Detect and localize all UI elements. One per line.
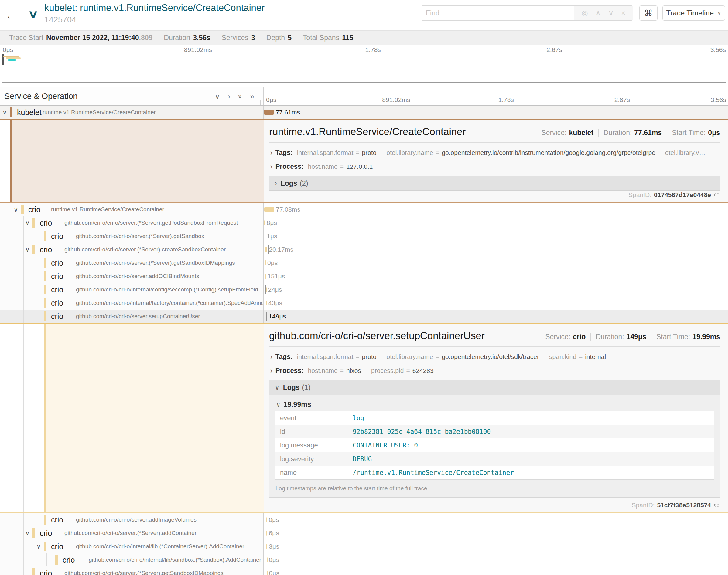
collapse-chevron-icon[interactable]: ∨	[25, 530, 30, 537]
span-timeline-cell[interactable]: 149μs	[264, 310, 728, 323]
span-duration: 6μs	[269, 530, 279, 537]
logs-accordion[interactable]: ∨ Logs (1)	[269, 380, 720, 395]
span-timeline-cell[interactable]: 0μs	[264, 513, 728, 527]
span-duration: 0μs	[269, 516, 279, 523]
service-name[interactable]: kubelet	[17, 108, 42, 117]
span-row[interactable]: ∨ crio github.com/cri-o/cri-o/internal/l…	[0, 540, 728, 553]
copy-link-icon[interactable]	[714, 502, 720, 509]
span-timeline-cell[interactable]: 77.61ms	[264, 106, 728, 119]
span-timeline-cell[interactable]: 8μs	[264, 216, 728, 230]
trace-view-selector[interactable]: Trace Timeline ∨	[662, 5, 725, 21]
service-name[interactable]: crio	[40, 245, 52, 254]
service-name[interactable]: crio	[51, 312, 63, 321]
service-name[interactable]: crio	[51, 232, 63, 241]
span-row[interactable]: crio github.com/cri-o/cri-o/internal/fac…	[0, 296, 728, 310]
span-timeline-cell[interactable]: 0μs	[264, 256, 728, 270]
span-boundary-tick	[275, 205, 275, 214]
log-field-row: name/runtime.v1.RuntimeService/CreateCon…	[275, 466, 714, 479]
span-row[interactable]: ∨ crio github.com/cri-o/cri-o/server.(*S…	[0, 216, 728, 230]
trace-title-chevron-down-icon[interactable]: ∨	[28, 8, 39, 21]
service-name[interactable]: crio	[51, 259, 63, 267]
collapse-one-icon[interactable]: ∨	[215, 92, 220, 101]
span-row[interactable]: crio github.com/cri-o/cri-o/internal/con…	[0, 283, 728, 296]
summary-duration: Duration 3.56s	[158, 34, 216, 42]
tags-row[interactable]: › Tags: internal.span.format=proto otel.…	[269, 350, 720, 364]
minimap-canvas[interactable]	[2, 54, 726, 82]
expand-all-icon[interactable]: »	[250, 92, 254, 101]
trace-title-link[interactable]: kubelet: runtime.v1.RuntimeService/Creat…	[44, 2, 265, 13]
logs-accordion[interactable]: › Logs (2)	[269, 176, 720, 191]
process-row[interactable]: › Process: host.name=nixos process.pid=6…	[269, 364, 720, 378]
service-name[interactable]: crio	[63, 555, 75, 564]
service-name[interactable]: crio	[40, 529, 52, 538]
span-bar	[267, 557, 268, 562]
span-row[interactable]: crio github.com/cri-o/cri-o/server.setup…	[0, 310, 728, 323]
span-timeline-cell[interactable]: 3μs	[264, 540, 728, 553]
find-clear-icon[interactable]: ×	[621, 9, 625, 17]
span-row[interactable]: crio github.com/cri-o/cri-o/internal/lib…	[0, 553, 728, 567]
span-timeline-cell[interactable]: 0μs	[264, 567, 728, 575]
span-row[interactable]: crio github.com/cri-o/cri-o/server.(*Ser…	[0, 230, 728, 243]
keyboard-shortcuts-button[interactable]: ⌘	[639, 5, 658, 21]
detail-row-accent	[12, 120, 264, 202]
service-color-strip	[44, 542, 46, 551]
span-timeline-cell[interactable]: 20.17ms	[264, 243, 728, 256]
span-row[interactable]: crio github.com/cri-o/cri-o/server.addOC…	[0, 270, 728, 283]
log-entry-toggle[interactable]: ∨ 19.99ms	[275, 398, 714, 411]
span-row[interactable]: crio github.com/cri-o/cri-o/server.(*Ser…	[0, 256, 728, 270]
find-prev-icon[interactable]: ∧	[595, 9, 601, 17]
span-row[interactable]: ∨ kubelet runtime.v1.RuntimeService/Crea…	[0, 106, 728, 119]
find-input[interactable]	[421, 5, 574, 21]
process-row[interactable]: › Process: host.name=127.0.0.1	[269, 160, 720, 174]
operation-name: github.com/cri-o/cri-o/internal/config/s…	[76, 286, 258, 293]
locate-icon[interactable]: ◎	[582, 9, 588, 17]
tags-row[interactable]: › Tags: internal.span.format=proto otel.…	[269, 146, 720, 160]
collapse-caret-icon: ∨	[276, 400, 280, 409]
span-timeline-cell[interactable]: 77.08ms	[264, 203, 728, 216]
span-row[interactable]: ∨ crio github.com/cri-o/cri-o/server.(*S…	[0, 243, 728, 256]
span-row[interactable]: ∨ crio runtime.v1.RuntimeService/CreateC…	[0, 203, 728, 216]
indent-guides	[1, 216, 24, 230]
service-name[interactable]: crio	[51, 272, 63, 281]
operation-name: github.com/cri-o/cri-o/server.addOCIBind…	[76, 273, 199, 280]
span-timeline-cell[interactable]: 0μs	[264, 553, 728, 567]
collapse-chevron-icon[interactable]: ∨	[25, 219, 30, 227]
span-timeline-cell[interactable]: 24μs	[264, 283, 728, 296]
span-row[interactable]: crio github.com/cri-o/cri-o/server.addIm…	[0, 513, 728, 527]
span-boundary-tick	[264, 205, 264, 214]
service-name[interactable]: crio	[40, 569, 52, 575]
minimap-span	[8, 59, 16, 61]
detail-start-time: 0μs	[708, 129, 720, 137]
collapse-chevron-icon[interactable]: ∨	[14, 206, 18, 213]
collapse-chevron-icon[interactable]: ∨	[36, 543, 41, 550]
span-bar	[266, 301, 267, 305]
tag-chip: internal.span.format=proto	[297, 149, 382, 156]
span-detail-title: runtime.v1.RuntimeService/CreateContaine…	[269, 126, 541, 138]
service-name[interactable]: crio	[51, 299, 63, 308]
expand-one-icon[interactable]: ›	[228, 92, 230, 101]
span-timeline-cell[interactable]: 43μs	[264, 296, 728, 310]
expand-caret-icon: ›	[275, 179, 277, 188]
span-row[interactable]: crio github.com/cri-o/cri-o/server.(*Ser…	[0, 567, 728, 575]
span-timeline-cell[interactable]: 151μs	[264, 270, 728, 283]
span-timeline-cell[interactable]: 6μs	[264, 527, 728, 540]
indent-guides	[1, 203, 13, 216]
copy-link-icon[interactable]	[714, 192, 720, 198]
span-timeline-cell[interactable]: 1μs	[264, 230, 728, 243]
find-next-icon[interactable]: ∨	[608, 9, 614, 17]
service-name[interactable]: crio	[40, 218, 52, 227]
collapse-chevron-icon[interactable]: ∨	[25, 246, 30, 253]
collapse-chevron-icon[interactable]: ∨	[2, 109, 7, 116]
indent-guides	[1, 270, 36, 283]
indent-guides	[1, 256, 36, 270]
service-name[interactable]: crio	[51, 515, 63, 524]
service-name[interactable]: crio	[51, 542, 63, 551]
span-row[interactable]: ∨ crio github.com/cri-o/cri-o/server.(*S…	[0, 527, 728, 540]
service-name[interactable]: crio	[51, 285, 63, 294]
back-button[interactable]: ←	[0, 0, 22, 30]
operation-name: github.com/cri-o/cri-o/server.(*Server).…	[76, 233, 204, 240]
timeline-ruler: 0μs 891.02ms 1.78s 2.67s 3.56s	[264, 88, 728, 105]
collapse-all-icon[interactable]: »	[236, 94, 244, 98]
service-name[interactable]: crio	[28, 205, 40, 214]
process-chip: host.name=nixos	[308, 367, 366, 374]
